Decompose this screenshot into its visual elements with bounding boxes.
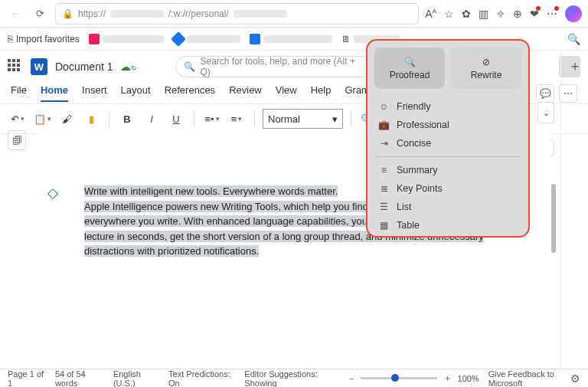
undo-button[interactable]: ↶ [8, 109, 28, 129]
style-select[interactable]: Normal▾ [263, 109, 343, 129]
keypoints-icon: ≣ [378, 183, 390, 194]
separator [194, 111, 194, 126]
item-label: List [397, 202, 411, 212]
item-label: Table [397, 220, 420, 231]
favorite-icon[interactable]: ☆ [444, 8, 454, 20]
page-status[interactable]: Page 1 of 1 [8, 369, 46, 388]
concise-icon: ⇥ [378, 138, 390, 149]
feedback-link[interactable]: Give Feedback to Microsoft [488, 369, 561, 388]
zoom-control: − ＋ 100% [349, 372, 479, 384]
zoom-thumb[interactable] [391, 374, 399, 382]
comments-button[interactable]: 💬 [536, 84, 554, 103]
zoom-value[interactable]: 100% [458, 374, 479, 383]
item-label: Summary [397, 165, 437, 175]
tone-friendly[interactable]: ☺Friendly [368, 97, 528, 116]
add-pane-button[interactable]: ＋ [568, 57, 582, 75]
saved-icon[interactable]: ☁↻ [120, 61, 137, 73]
bookmark-2[interactable] [173, 34, 240, 44]
separator [254, 111, 255, 126]
more-icon[interactable]: ⋯ [547, 8, 557, 20]
refresh-button[interactable]: ⟳ [31, 5, 49, 23]
document-name[interactable]: Document 1 [55, 61, 113, 73]
item-label: Friendly [397, 101, 430, 112]
tab-references[interactable]: References [165, 84, 215, 102]
writing-tools-popup: 🔍 Proofread ⊘ Rewrite ☺Friendly 💼Profess… [366, 39, 530, 238]
transform-keypoints[interactable]: ≣Key Points [368, 179, 528, 198]
bullets-button[interactable]: ≡• [202, 109, 222, 129]
transform-list[interactable]: ☰List [368, 198, 528, 216]
tab-home[interactable]: Home [41, 84, 68, 102]
file-icon: 🗎 [341, 34, 351, 44]
copilot-button[interactable] [565, 5, 582, 22]
tone-concise[interactable]: ⇥Concise [368, 134, 528, 153]
settings-icon[interactable]: ⚙ [570, 372, 580, 385]
item-label: Concise [397, 138, 431, 149]
list-icon: ☰ [378, 202, 390, 212]
align-button[interactable]: ≡ [227, 109, 247, 129]
transform-table[interactable]: ▦Table [368, 216, 528, 234]
item-label: Professional [397, 120, 449, 130]
screenshot-icon[interactable]: ⊕ [513, 8, 522, 20]
app-launcher-icon[interactable] [8, 59, 23, 74]
zoom-out-button[interactable]: − [349, 374, 354, 383]
url-redacted-2 [234, 10, 287, 18]
language-status[interactable]: English (U.S.) [113, 369, 159, 388]
proofread-button[interactable]: 🔍 Proofread [374, 48, 445, 89]
extensions-icon[interactable]: ✿ [462, 8, 471, 20]
bookmark-3[interactable] [250, 34, 332, 44]
import-favorites[interactable]: ⎘ Import favorites [8, 34, 80, 44]
tab-insert[interactable]: Insert [82, 84, 107, 102]
zoom-slider[interactable] [361, 377, 437, 379]
import-icon: ⎘ [8, 34, 13, 44]
tab-view[interactable]: View [276, 84, 297, 102]
tone-list: ☺Friendly 💼Professional ⇥Concise [368, 96, 528, 154]
health-icon[interactable]: ❤ [530, 8, 539, 20]
clipboard-pane-button[interactable]: 🗐 [8, 130, 26, 150]
search-box[interactable]: 🔍 Search for tools, help, and more (Alt … [175, 56, 374, 77]
url-redacted-1 [110, 10, 164, 18]
rewrite-button[interactable]: ⊘ Rewrite [451, 48, 521, 89]
tab-help[interactable]: Help [311, 84, 332, 102]
zoom-in-button[interactable]: ＋ [443, 372, 452, 384]
status-bar: Page 1 of 1 54 of 54 words English (U.S.… [0, 369, 588, 387]
highlight-button[interactable]: ▮ [81, 109, 101, 129]
transform-list: ≡Summary ≣Key Points ☰List ▦Table [368, 159, 528, 236]
separator [375, 156, 521, 157]
tone-professional[interactable]: 💼Professional [368, 116, 528, 134]
underline-button[interactable]: U [166, 109, 186, 129]
proofread-label: Proofread [390, 70, 430, 80]
import-label: Import favorites [16, 34, 80, 44]
collapse-ribbon-button[interactable]: ⌄ [537, 102, 554, 123]
tab-file[interactable]: File [11, 84, 27, 102]
popup-tabs: 🔍 Proofread ⊘ Rewrite [368, 41, 528, 96]
right-rail: ＋ [560, 51, 588, 369]
bookmark-icon [89, 34, 100, 44]
bold-button[interactable]: B [117, 109, 137, 129]
text-size-icon[interactable]: AA [425, 8, 436, 20]
tab-actions-icon[interactable]: ▥ [479, 8, 488, 20]
word-count[interactable]: 54 of 54 words [55, 369, 104, 388]
predictions-status[interactable]: Text Predictions: On [168, 369, 235, 388]
transform-summary[interactable]: ≡Summary [368, 161, 528, 179]
search-icon: 🔍 [184, 61, 195, 72]
word-icon[interactable]: W [31, 58, 47, 75]
suggestions-status[interactable]: Editor Suggestions: Showing [244, 369, 340, 388]
tab-layout[interactable]: Layout [121, 84, 151, 102]
address-bar[interactable]: 🔒 https:// /:w:/r/personal/ [55, 3, 419, 25]
heading-text[interactable]: Write with intelligent new tools. Everyw… [84, 185, 338, 197]
bookmark-label [187, 35, 240, 43]
bookmark-1[interactable] [89, 34, 164, 44]
url-path: /:w:/r/personal/ [168, 8, 229, 19]
scrollbar-thumb[interactable] [551, 184, 556, 253]
search-icon[interactable]: 🔍 [567, 33, 580, 45]
tab-review[interactable]: Review [229, 84, 262, 102]
italic-button[interactable]: I [142, 109, 162, 129]
collections-icon[interactable]: ✧ [496, 8, 505, 20]
paste-button[interactable]: 📋 [32, 109, 52, 129]
bookmark-label [263, 35, 332, 43]
smile-icon: ☺ [378, 101, 390, 112]
back-button[interactable]: ← [6, 5, 24, 23]
browser-toolbar: ← ⟳ 🔒 https:// /:w:/r/personal/ AA ☆ ✿ ▥… [0, 0, 588, 28]
briefcase-icon: 💼 [378, 120, 390, 130]
format-painter-button[interactable]: 🖌 [57, 109, 77, 129]
